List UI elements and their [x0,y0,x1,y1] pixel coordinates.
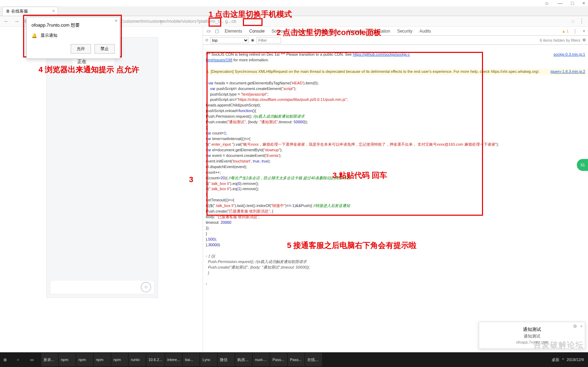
tray-label: 桌面 [552,357,559,362]
task-item[interactable]: 微信 [218,353,234,366]
console-return: ‹ ƒ (){ Push.Permission.request(); //js载… [206,254,585,276]
task-item[interactable]: bai... [183,353,200,366]
task-item[interactable]: npm [76,353,93,366]
task-item[interactable]: runto [129,353,146,366]
back-button[interactable]: ← [2,18,10,25]
popup-title: ofoapp.7runto.com 想要 [31,22,115,28]
devtools-close-icon[interactable]: × [580,29,588,34]
window-titlebar: ☺ — □ × [0,0,588,6]
tray-time: 2018/12/9 [567,358,584,362]
gear-icon[interactable]: ⚙ [573,324,577,329]
console-output[interactable]: sockjs-0.3.min.js:1*** SockJS CDN is bei… [203,45,588,352]
close-icon[interactable]: × [115,18,118,23]
tray-caret-icon[interactable]: ^ [562,358,564,362]
task-item[interactable]: 在线... [305,353,322,366]
watermark: 吾爱破解论坛 [533,340,584,350]
tab-close-icon[interactable]: × [52,8,55,14]
browser-tab[interactable]: 🗎 在线客服 × [2,7,58,16]
task-item[interactable]: Pass... [288,353,304,366]
tab-elements[interactable]: Elements [221,27,246,36]
source-link[interactable]: sockjs-0.3.min.js:1 [554,52,585,57]
windows-taskbar: ⊞ ○ ▭ 发表... npm npm npm npm runto 10.6.2… [0,352,588,367]
tab-application[interactable]: Application [366,27,394,36]
link[interactable]: https://xhr.spec.whatwg.org/ [491,69,538,74]
close-icon[interactable]: × [580,324,583,329]
tab-favicon: 🗎 [6,9,10,14]
allow-button[interactable]: 允许 [71,44,91,54]
link[interactable]: lient/issues/198 [206,58,232,62]
device-viewport-pane: 正在 + [0,27,203,352]
console-prompt[interactable]: › [206,281,585,287]
link[interactable]: https://github.com/sockjs/sockjs-c [353,52,410,56]
device-toggle-icon[interactable]: ▢ [213,28,221,34]
warning-count[interactable]: ▲ 1 [560,29,570,33]
tab-console[interactable]: Console [246,27,268,36]
filter-input[interactable] [257,37,281,43]
device-more-icon[interactable]: ⋮ [159,20,163,25]
close-button[interactable]: × [582,0,585,6]
tab-sources[interactable]: Sources [268,27,290,36]
task-item[interactable]: intere... [165,353,182,366]
mobile-frame: 正在 + [46,37,158,298]
minimize-button[interactable]: — [558,0,562,6]
forward-button[interactable]: → [13,18,21,25]
side-badge[interactable]: 51 [577,159,588,171]
maximize-button[interactable]: □ [571,0,574,6]
popup-item: 显示通知 [41,33,57,39]
plus-icon[interactable]: + [141,282,151,292]
tab-security[interactable]: Security [394,27,416,36]
task-item[interactable]: npm [94,353,111,366]
task-item[interactable]: 10.6.2... [146,353,164,366]
task-item[interactable]: 发表... [41,353,58,366]
tab-memory[interactable]: Memory [344,27,366,36]
cortana-icon[interactable]: ○ [15,353,27,366]
browser-tabbar: 🗎 在线客服 × [0,6,588,16]
block-button[interactable]: 禁止 [94,44,115,54]
task-item[interactable]: 购房... [235,353,252,366]
task-item[interactable]: npm [59,353,76,366]
toast-title: 通知测试 [483,326,581,333]
eye-icon[interactable]: ◉ [251,38,254,42]
task-item[interactable]: npm [111,353,128,366]
tab-network[interactable]: Network [290,27,313,36]
warning-line: jquery-1.8.3.min.js:2[Deprecation] Synch… [206,69,585,75]
task-item[interactable]: Pass... [270,353,287,366]
tab-audits[interactable]: Audits [416,27,434,36]
inspect-icon[interactable]: ▭ [204,28,213,34]
devtools-tabbar: ▭ ▢ Elements Console Sources Network Per… [203,27,588,36]
user-icon[interactable]: ☺ [544,0,549,6]
chat-input-bar[interactable]: + [50,280,154,294]
context-select[interactable]: top [210,37,249,43]
task-item[interactable]: Lync [200,353,217,366]
console-settings-icon[interactable]: ⚙ [582,38,586,42]
bookmark-star-icon[interactable]: ☆ [571,19,575,24]
console-input-echo: › var heads = document.getElementsByTagN… [206,81,585,248]
hidden-count: 6 items hidden by filters [540,38,580,42]
devtools-more-icon[interactable]: ⋮ [570,29,580,34]
console-toolbar: ⊘ top ◉ 6 items hidden by filters ⚙ [203,36,588,45]
notification-permission-popup: × ofoapp.7runto.com 想要 🔔显示通知 允许 禁止 [26,17,120,59]
devtools-panel: ▭ ▢ Elements Console Sources Network Per… [203,27,588,352]
taskview-icon[interactable]: ▭ [28,353,41,366]
clear-console-icon[interactable]: ⊘ [205,38,208,42]
tab-performance[interactable]: Performance [313,27,344,36]
bell-icon: 🔔 [31,33,37,38]
task-item[interactable]: nuxt-... [253,353,270,366]
system-tray[interactable]: 桌面 ^ 2018/12/9 [552,357,587,362]
log-line: sockjs-0.3.min.js:1*** SockJS CDN is bei… [206,52,585,63]
source-link[interactable]: jquery-1.8.3.min.js:2 [551,69,585,75]
start-button[interactable]: ⊞ [1,353,14,366]
toast-body: 通知测试 [483,333,581,339]
menu-button[interactable]: ⋮ [578,18,586,25]
tab-title: 在线客服 [11,9,28,14]
